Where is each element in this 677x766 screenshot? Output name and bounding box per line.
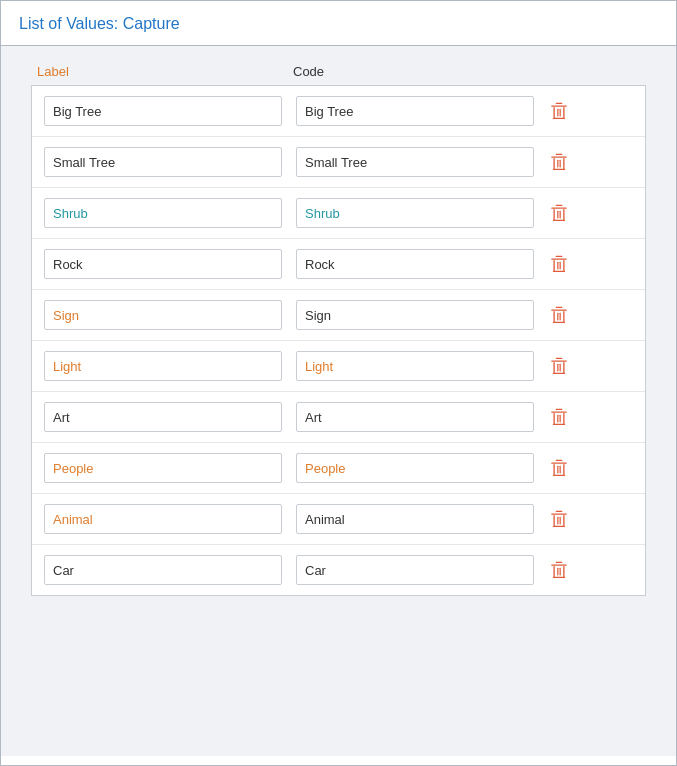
svg-rect-12 [557, 160, 558, 168]
svg-rect-5 [557, 109, 558, 117]
content-area: Label Code [1, 46, 676, 756]
svg-rect-21 [551, 258, 567, 259]
svg-rect-1 [556, 103, 563, 104]
code-input[interactable] [296, 504, 534, 534]
svg-rect-20 [560, 211, 561, 219]
svg-rect-64 [556, 562, 563, 563]
label-column-header: Label [37, 64, 285, 79]
svg-rect-35 [551, 360, 567, 361]
svg-rect-66 [563, 566, 564, 577]
svg-rect-31 [563, 311, 564, 322]
code-column-header: Code [293, 64, 541, 79]
svg-rect-51 [553, 464, 554, 475]
code-input[interactable] [296, 147, 534, 177]
label-input[interactable] [44, 249, 282, 279]
code-input[interactable] [296, 198, 534, 228]
trash-icon [550, 560, 568, 580]
svg-rect-42 [551, 411, 567, 412]
svg-rect-16 [553, 209, 554, 220]
svg-rect-18 [553, 220, 565, 221]
column-headers: Label Code [31, 64, 646, 79]
delete-button[interactable] [546, 99, 572, 123]
trash-icon [550, 305, 568, 325]
trash-icon [550, 254, 568, 274]
delete-button[interactable] [546, 507, 572, 531]
svg-rect-55 [560, 466, 561, 474]
svg-rect-52 [563, 464, 564, 475]
svg-rect-58 [553, 515, 554, 526]
svg-rect-3 [563, 107, 564, 118]
svg-rect-24 [563, 260, 564, 271]
delete-button[interactable] [546, 201, 572, 225]
trash-icon [550, 356, 568, 376]
svg-rect-47 [557, 415, 558, 423]
svg-rect-60 [553, 526, 565, 527]
table-row [32, 188, 645, 239]
svg-rect-50 [556, 460, 563, 461]
svg-rect-26 [557, 262, 558, 270]
svg-rect-6 [560, 109, 561, 117]
label-input[interactable] [44, 300, 282, 330]
svg-rect-14 [551, 207, 567, 208]
svg-rect-57 [556, 511, 563, 512]
code-input[interactable] [296, 96, 534, 126]
svg-rect-33 [557, 313, 558, 321]
svg-rect-7 [551, 156, 567, 157]
trash-icon [550, 152, 568, 172]
trash-icon [550, 101, 568, 121]
table-row [32, 290, 645, 341]
svg-rect-46 [553, 424, 565, 425]
table-row [32, 239, 645, 290]
svg-rect-39 [553, 373, 565, 374]
svg-rect-32 [553, 322, 565, 323]
svg-rect-59 [563, 515, 564, 526]
table-row [32, 341, 645, 392]
delete-button[interactable] [546, 558, 572, 582]
svg-rect-28 [551, 309, 567, 310]
svg-rect-10 [563, 158, 564, 169]
label-input[interactable] [44, 504, 282, 534]
label-input[interactable] [44, 453, 282, 483]
svg-rect-38 [563, 362, 564, 373]
code-input[interactable] [296, 249, 534, 279]
label-input[interactable] [44, 198, 282, 228]
main-window: List of Values: Capture Label Code [0, 0, 677, 766]
delete-button[interactable] [546, 303, 572, 327]
delete-button[interactable] [546, 252, 572, 276]
delete-button[interactable] [546, 150, 572, 174]
svg-rect-44 [553, 413, 554, 424]
label-input[interactable] [44, 96, 282, 126]
svg-rect-11 [553, 169, 565, 170]
svg-rect-37 [553, 362, 554, 373]
code-input[interactable] [296, 555, 534, 585]
trash-icon [550, 407, 568, 427]
svg-rect-9 [553, 158, 554, 169]
svg-rect-17 [563, 209, 564, 220]
code-input[interactable] [296, 300, 534, 330]
table-row [32, 137, 645, 188]
delete-button[interactable] [546, 405, 572, 429]
rows-container [31, 85, 646, 596]
delete-button[interactable] [546, 456, 572, 480]
table-row [32, 494, 645, 545]
svg-rect-68 [557, 568, 558, 576]
svg-rect-25 [553, 271, 565, 272]
code-input[interactable] [296, 402, 534, 432]
svg-rect-2 [553, 107, 554, 118]
svg-rect-43 [556, 409, 563, 410]
code-input[interactable] [296, 453, 534, 483]
table-row [32, 86, 645, 137]
trash-icon [550, 509, 568, 529]
svg-rect-53 [553, 475, 565, 476]
label-input[interactable] [44, 555, 282, 585]
label-input[interactable] [44, 402, 282, 432]
svg-rect-69 [560, 568, 561, 576]
svg-rect-4 [553, 118, 565, 119]
svg-rect-61 [557, 517, 558, 525]
trash-icon [550, 458, 568, 478]
delete-button[interactable] [546, 354, 572, 378]
label-input[interactable] [44, 147, 282, 177]
code-input[interactable] [296, 351, 534, 381]
trash-icon [550, 203, 568, 223]
label-input[interactable] [44, 351, 282, 381]
